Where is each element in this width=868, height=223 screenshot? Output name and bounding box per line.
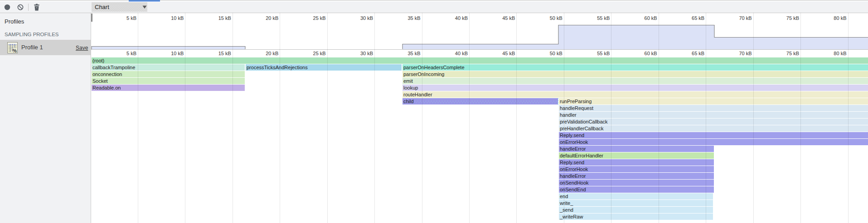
svg-text:%: % xyxy=(13,48,17,53)
